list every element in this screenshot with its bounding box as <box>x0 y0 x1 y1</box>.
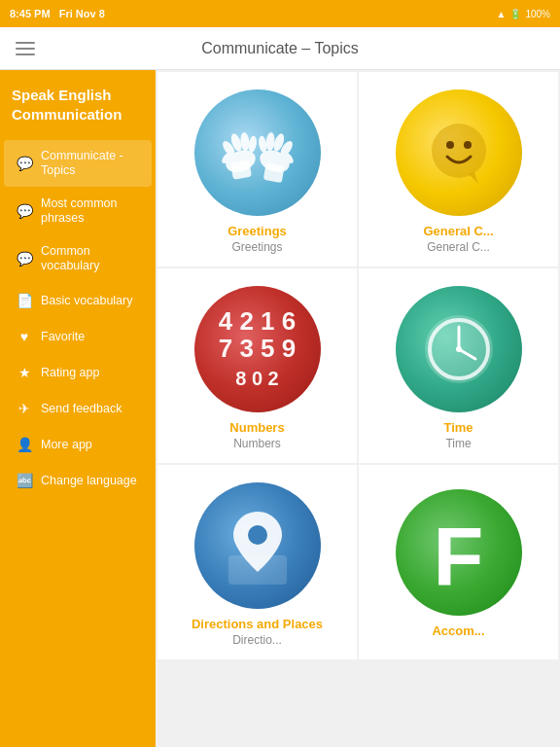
communicate-icon: 💬 <box>16 155 33 172</box>
more-app-label: More app <box>41 438 92 452</box>
svg-point-24 <box>248 525 267 545</box>
more-app-icon: 👤 <box>16 436 33 453</box>
svg-point-22 <box>456 346 462 352</box>
rating-label: Rating app <box>41 366 99 380</box>
sidebar-item-more-app[interactable]: 👤 More app <box>4 427 152 462</box>
basic-vocab-label: Basic vocabulary <box>41 294 133 308</box>
svg-point-16 <box>464 141 472 149</box>
battery-percent: 100% <box>525 9 550 19</box>
svg-point-4 <box>247 134 258 153</box>
topic-directions[interactable]: Directions and Places Directio... <box>158 465 357 659</box>
directions-title-gray: Directio... <box>232 633 282 647</box>
language-label: Change language <box>41 474 137 488</box>
sidebar-item-favorite[interactable]: ♥ Favorite <box>4 319 152 354</box>
svg-point-10 <box>257 134 267 153</box>
directions-pin-icon <box>219 502 297 589</box>
battery-icon: 🔋 <box>509 9 521 19</box>
numbers-title-gray: Numbers <box>233 437 281 450</box>
topic-greetings[interactable]: Greetings Greetings <box>158 72 357 267</box>
time-title-orange: Time <box>443 420 472 435</box>
general-title-orange: General C... <box>423 224 493 238</box>
topic-general-conversation[interactable]: General C... General C... <box>359 72 558 267</box>
sidebar-item-change-language[interactable]: 🔤 Change language <box>4 463 152 498</box>
top-nav: Communicate – Topics <box>0 27 560 70</box>
sidebar-item-common-vocabulary[interactable]: 💬 Common vocabulary <box>4 235 152 282</box>
status-time: 8:45 PM Fri Nov 8 <box>10 8 105 19</box>
sidebar: Speak English Communication 💬 Communicat… <box>0 70 156 747</box>
svg-point-14 <box>432 124 486 178</box>
numbers-title-orange: Numbers <box>229 420 284 435</box>
time-title-gray: Time <box>445 437 471 450</box>
app-title: Speak English Communication <box>0 78 156 139</box>
sidebar-item-most-common-phrases[interactable]: 💬 Most common phrases <box>4 188 152 234</box>
favorite-label: Favorite <box>41 330 85 344</box>
greetings-image <box>194 89 321 216</box>
topic-time[interactable]: Time Time <box>359 268 558 463</box>
directions-title-orange: Directions and Places <box>192 617 323 631</box>
wifi-icon: ▲ <box>497 9 507 19</box>
topic-accommodation[interactable]: F Accom... <box>359 465 558 659</box>
greetings-title-orange: Greetings <box>228 224 287 238</box>
sidebar-item-basic-vocabulary[interactable]: 📄 Basic vocabulary <box>4 283 152 318</box>
communicate-label: Communicate - Topics <box>41 149 140 178</box>
numbers-display: 4 2 1 6 7 3 5 9 8 0 2 <box>215 303 300 395</box>
svg-rect-13 <box>262 162 284 183</box>
greetings-title-gray: Greetings <box>231 240 282 254</box>
most-common-icon: 💬 <box>16 202 33 220</box>
feedback-label: Send feedback <box>41 402 122 416</box>
svg-marker-17 <box>469 172 478 184</box>
accommodation-image: F <box>396 489 522 616</box>
handshake-icon <box>214 119 301 187</box>
accommodation-title-orange: Accom... <box>432 623 484 638</box>
main-layout: Speak English Communication 💬 Communicat… <box>0 70 560 747</box>
time-image <box>396 286 522 412</box>
general-title-gray: General C... <box>427 240 490 254</box>
most-common-label: Most common phrases <box>41 196 140 226</box>
common-vocab-icon: 💬 <box>16 250 33 267</box>
svg-point-15 <box>446 141 454 149</box>
common-vocab-label: Common vocabulary <box>41 244 140 273</box>
general-conversation-icon <box>420 114 498 192</box>
svg-rect-12 <box>230 160 252 180</box>
status-bar: 8:45 PM Fri Nov 8 ▲ 🔋 100% <box>0 0 560 27</box>
directions-image <box>194 482 321 609</box>
basic-vocab-icon: 📄 <box>16 292 33 309</box>
topic-numbers[interactable]: 4 2 1 6 7 3 5 9 8 0 2 Numbers Numbers <box>158 268 357 463</box>
feedback-icon: ✈ <box>16 400 33 417</box>
accommodation-letter: F <box>434 516 484 598</box>
language-icon: 🔤 <box>16 472 33 489</box>
sidebar-item-communicate-topics[interactable]: 💬 Communicate - Topics <box>4 140 152 187</box>
sidebar-item-rating-app[interactable]: ★ Rating app <box>4 355 152 390</box>
time-clock-icon <box>415 305 503 393</box>
numbers-image: 4 2 1 6 7 3 5 9 8 0 2 <box>194 286 321 412</box>
content-area: Greetings Greetings <box>156 70 560 747</box>
status-right: ▲ 🔋 100% <box>497 9 550 19</box>
hamburger-menu-button[interactable] <box>16 42 35 55</box>
rating-icon: ★ <box>16 364 33 381</box>
favorite-icon: ♥ <box>16 328 33 345</box>
nav-title: Communicate – Topics <box>201 40 359 57</box>
sidebar-item-send-feedback[interactable]: ✈ Send feedback <box>4 391 152 426</box>
general-image <box>396 89 522 216</box>
